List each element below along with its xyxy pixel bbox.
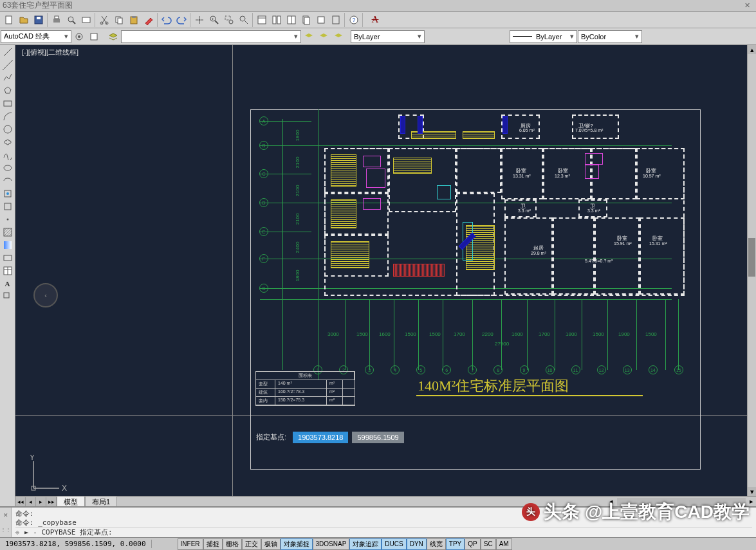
insert-icon[interactable]	[1, 187, 15, 200]
close-icon[interactable]: ✕	[741, 1, 753, 10]
print-icon[interactable]	[50, 13, 64, 27]
workspace-save-icon[interactable]	[87, 30, 101, 44]
polygon-icon[interactable]	[1, 84, 15, 97]
properties-icon[interactable]	[255, 13, 269, 27]
ellipse-arc-icon[interactable]	[1, 174, 15, 187]
xline-icon[interactable]	[1, 59, 15, 71]
redo-icon[interactable]	[174, 13, 189, 27]
save-icon[interactable]	[32, 13, 46, 27]
spline-icon[interactable]	[1, 149, 15, 161]
status-ducs[interactable]: DUCS	[382, 538, 406, 550]
tab-prev-icon[interactable]: ◂	[26, 497, 36, 506]
dynamic-input-x[interactable]: 1903573.8218	[293, 432, 348, 443]
status-osnap[interactable]: 对象捕捉	[281, 538, 313, 550]
zoom-window-icon[interactable]	[222, 13, 236, 27]
gradient-icon[interactable]	[1, 239, 15, 252]
status-sc[interactable]: SC	[481, 538, 496, 550]
matchprop-icon[interactable]	[142, 13, 156, 27]
status-lwt[interactable]: 线宽	[427, 538, 446, 550]
tab-last-icon[interactable]: ▸▸	[46, 497, 57, 506]
region-icon[interactable]	[1, 252, 15, 264]
nav-back-button[interactable]: ‹	[33, 283, 58, 307]
lineweight-select[interactable]: ByLayer ▾	[510, 30, 577, 43]
linetype-select[interactable]: ByLayer ▾	[351, 30, 425, 43]
status-grid[interactable]: 栅格	[223, 538, 242, 550]
layer-state-icon[interactable]	[317, 30, 331, 44]
chevron-down-icon: ▾	[60, 32, 68, 41]
workspace-select[interactable]: AutoCAD 经典 ▾	[1, 30, 71, 43]
svg-rect-13	[132, 16, 136, 18]
status-otrack[interactable]: 对象追踪	[349, 538, 382, 550]
status-am[interactable]: AM	[496, 538, 512, 550]
undo-icon[interactable]	[160, 13, 174, 27]
svg-rect-43	[5, 203, 11, 210]
markup-icon[interactable]	[314, 13, 328, 27]
point-icon[interactable]	[1, 213, 15, 226]
layer-iso-icon[interactable]	[331, 30, 346, 44]
open-icon[interactable]	[17, 13, 31, 27]
drag-handle-icon[interactable]: ⋮⋮	[1, 527, 11, 533]
copy-icon[interactable]	[112, 13, 126, 27]
status-infer[interactable]: INFER	[178, 538, 203, 550]
text-style-icon[interactable]: A	[368, 13, 382, 27]
calc-icon[interactable]	[329, 13, 343, 27]
svg-point-8	[100, 22, 103, 24]
zoom-previous-icon[interactable]	[237, 13, 251, 27]
plot-icon[interactable]	[79, 13, 93, 27]
svg-rect-11	[118, 18, 122, 24]
window-title: 63套住宅户型平面图	[3, 0, 741, 11]
zoom-realtime-icon[interactable]: +	[207, 13, 221, 27]
tab-layout1[interactable]: 布局1	[85, 496, 117, 507]
table-icon[interactable]	[1, 264, 15, 277]
addselected-icon[interactable]	[1, 290, 15, 303]
svg-text:Y: Y	[30, 455, 35, 462]
cut-icon[interactable]	[97, 13, 111, 27]
svg-rect-18	[225, 16, 230, 20]
workspace-settings-icon[interactable]	[72, 30, 86, 44]
ellipse-icon[interactable]	[1, 161, 15, 174]
layer-select[interactable]: ▾	[121, 30, 301, 43]
status-dyn[interactable]: DYN	[407, 538, 427, 550]
layer-prev-icon[interactable]	[302, 30, 316, 44]
new-icon[interactable]	[2, 13, 16, 27]
status-tpy[interactable]: TPY	[446, 538, 465, 550]
sheet-set-icon[interactable]	[299, 13, 313, 27]
mtext-icon[interactable]: A	[1, 277, 15, 290]
pan-icon[interactable]	[192, 13, 207, 27]
help-icon[interactable]: ?	[347, 13, 361, 27]
preview-icon[interactable]	[64, 13, 78, 27]
status-polar[interactable]: 极轴	[261, 538, 281, 550]
svg-rect-35	[91, 33, 97, 40]
command-handle[interactable]: ✕ ⋮⋮	[0, 508, 12, 537]
design-center-icon[interactable]	[270, 13, 284, 27]
circle-icon[interactable]	[1, 123, 15, 136]
block-icon[interactable]	[1, 200, 15, 213]
hatch-icon[interactable]	[1, 226, 15, 239]
close-icon[interactable]: ✕	[3, 512, 8, 518]
color-value: ByColor	[581, 33, 606, 41]
polyline-icon[interactable]	[1, 71, 15, 84]
rectangle-icon[interactable]	[1, 97, 15, 110]
color-select[interactable]: ByColor ▾	[578, 30, 642, 43]
status-qp[interactable]: QP	[465, 538, 480, 550]
status-snap[interactable]: 捕捉	[203, 538, 223, 550]
scrollbar-vertical[interactable]: ▴ ▾	[747, 45, 756, 496]
tab-next-icon[interactable]: ▸	[36, 497, 46, 506]
svg-rect-51	[4, 293, 9, 298]
arc-icon[interactable]	[1, 110, 15, 123]
tool-palette-icon[interactable]	[284, 13, 299, 27]
linetype-value: ByLayer	[354, 33, 380, 41]
tab-model[interactable]: 模型	[57, 496, 85, 507]
paste-icon[interactable]	[127, 13, 141, 27]
tab-first-icon[interactable]: ◂◂	[15, 497, 26, 506]
dynamic-input-y[interactable]: 599856.1509	[352, 432, 403, 443]
status-ortho[interactable]: 正交	[242, 538, 261, 550]
status-3dosnap[interactable]: 3DOSNAP	[313, 538, 350, 550]
revcloud-icon[interactable]	[1, 136, 15, 149]
command-input-row[interactable]: ⎆ ► - COPYBASE 指定基点:	[15, 527, 752, 537]
main-area: A [-][俯视][二维线框] ‹ A B C D	[0, 45, 756, 506]
svg-line-36	[4, 48, 12, 56]
line-icon[interactable]	[1, 46, 15, 59]
drawing-canvas[interactable]: [-][俯视][二维线框] ‹ A B C D E F	[15, 45, 756, 506]
layer-manager-icon[interactable]	[106, 30, 120, 44]
